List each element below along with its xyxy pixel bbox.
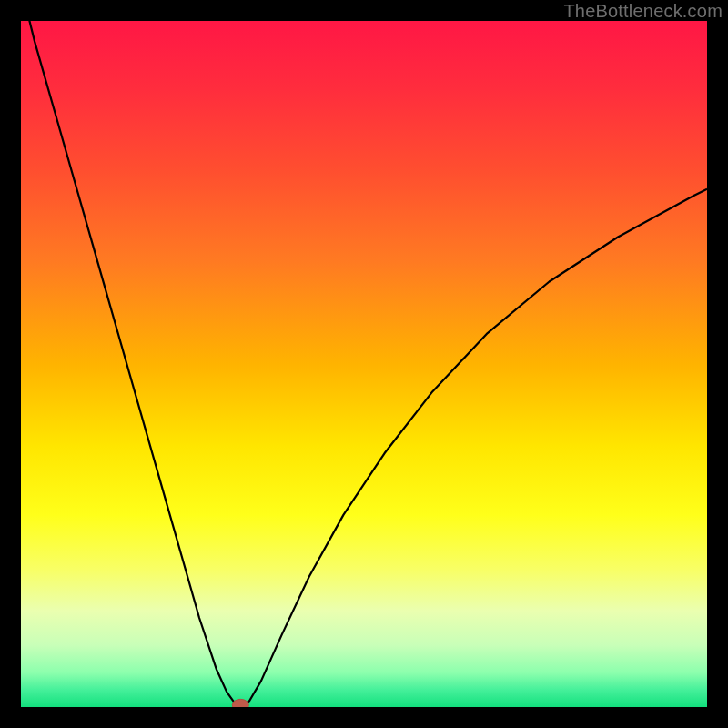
optimal-point-marker [232,699,248,707]
chart-frame [21,21,707,707]
gradient-background [21,21,707,707]
watermark-text: TheBottleneck.com [563,1,723,22]
bottleneck-chart [21,21,707,707]
